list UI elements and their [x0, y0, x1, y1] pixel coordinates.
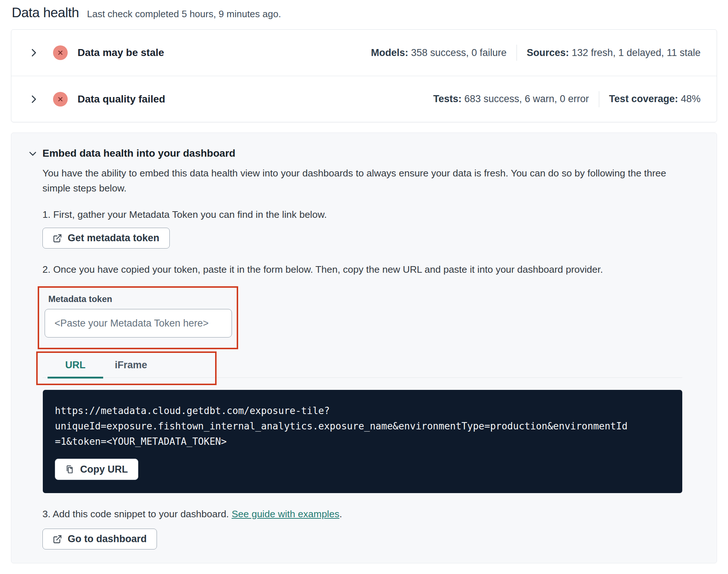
- stat-divider: [517, 45, 517, 61]
- sources-stat-value: 132 fresh, 1 delayed, 11 stale: [572, 47, 701, 58]
- go-to-dashboard-label: Go to dashboard: [68, 533, 147, 545]
- chevron-right-icon[interactable]: [28, 94, 39, 105]
- external-link-icon: [53, 234, 62, 243]
- status-row-stats: Tests: 683 success, 6 warn, 0 error Test…: [433, 91, 701, 107]
- sources-stat: Sources: 132 fresh, 1 delayed, 11 stale: [527, 47, 701, 59]
- see-guide-link[interactable]: See guide with examples: [232, 508, 339, 519]
- page-title: Data health: [12, 5, 79, 20]
- status-row-quality[interactable]: Data quality failed Tests: 683 success, …: [11, 76, 717, 122]
- metadata-token-input[interactable]: [45, 309, 232, 338]
- tab-url[interactable]: URL: [48, 351, 103, 379]
- error-x-circle-icon: [53, 45, 68, 60]
- chevron-right-icon[interactable]: [28, 47, 39, 58]
- copy-url-label: Copy URL: [80, 464, 128, 475]
- embed-section-header[interactable]: Embed data health into your dashboard: [11, 148, 717, 159]
- status-row-title: Data quality failed: [78, 93, 165, 105]
- go-to-dashboard-button[interactable]: Go to dashboard: [42, 529, 157, 549]
- step-2-text: 2. Once you have copied your token, past…: [42, 264, 682, 275]
- models-stat-value: 358 success, 0 failure: [411, 47, 507, 58]
- step-3-suffix: .: [339, 508, 342, 519]
- embed-url-line: uniqueId=exposure.fishtown_internal_anal…: [55, 418, 668, 434]
- step-3-text: 3. Add this code snippet to your dashboa…: [42, 508, 682, 520]
- tabs-row: URL iFrame: [42, 351, 682, 378]
- embed-url-line: =1&token=<YOUR_METADATA_TOKEN>: [55, 434, 668, 449]
- step-3-button-row: Go to dashboard: [42, 529, 717, 549]
- data-health-page: Data health Last check completed 5 hours…: [0, 0, 728, 563]
- tests-stat-value: 683 success, 6 warn, 0 error: [464, 93, 589, 104]
- external-link-icon: [53, 534, 62, 544]
- embed-section-card: Embed data health into your dashboard Yo…: [11, 133, 717, 563]
- get-metadata-token-button[interactable]: Get metadata token: [42, 228, 170, 249]
- embed-url-text: https://metadata.cloud.getdbt.com/exposu…: [55, 403, 668, 449]
- annotation-rect-token: Metadata token: [38, 286, 238, 349]
- step-1-text: 1. First, gather your Metadata Token you…: [42, 209, 682, 220]
- test-coverage-stat-label: Test coverage:: [609, 93, 678, 104]
- tests-stat: Tests: 683 success, 6 warn, 0 error: [433, 93, 589, 105]
- tests-stat-label: Tests:: [433, 93, 462, 104]
- last-check-status: Last check completed 5 hours, 9 minutes …: [87, 8, 281, 20]
- copy-icon: [65, 465, 75, 474]
- page-header: Data health Last check completed 5 hours…: [11, 5, 717, 20]
- copy-url-button[interactable]: Copy URL: [55, 459, 138, 480]
- step-1-button-row: Get metadata token: [42, 228, 717, 249]
- error-x-circle-icon: [53, 92, 68, 107]
- models-stat: Models: 358 success, 0 failure: [371, 47, 507, 59]
- embed-url-code-block: https://metadata.cloud.getdbt.com/exposu…: [43, 390, 682, 493]
- status-card: Data may be stale Models: 358 success, 0…: [11, 29, 717, 122]
- tab-iframe[interactable]: iFrame: [103, 351, 159, 379]
- metadata-token-label: Metadata token: [45, 294, 237, 304]
- embed-description: You have the ability to embed this data …: [42, 166, 679, 196]
- status-row-title: Data may be stale: [78, 47, 164, 59]
- test-coverage-stat: Test coverage: 48%: [609, 93, 701, 105]
- get-metadata-token-label: Get metadata token: [68, 232, 160, 244]
- embed-url-line: https://metadata.cloud.getdbt.com/exposu…: [55, 403, 668, 418]
- chevron-down-icon[interactable]: [28, 149, 38, 159]
- status-row-stale[interactable]: Data may be stale Models: 358 success, 0…: [11, 30, 717, 76]
- embed-section-title: Embed data health into your dashboard: [42, 148, 235, 159]
- stat-divider: [599, 91, 599, 107]
- sources-stat-label: Sources:: [527, 47, 569, 58]
- output-format-tabs: URL iFrame: [42, 351, 682, 378]
- step-3-text-part: 3. Add this code snippet to your dashboa…: [42, 508, 229, 519]
- test-coverage-stat-value: 48%: [681, 93, 701, 104]
- models-stat-label: Models:: [371, 47, 408, 58]
- status-row-stats: Models: 358 success, 0 failure Sources: …: [371, 45, 701, 61]
